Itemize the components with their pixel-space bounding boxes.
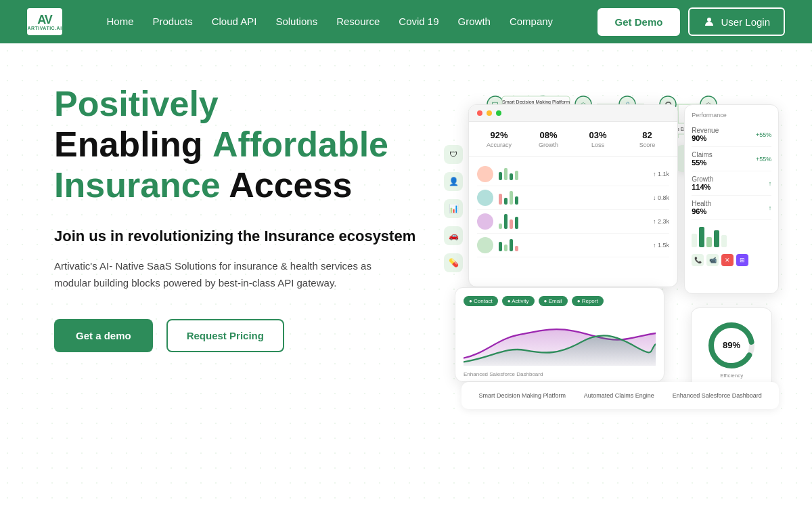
table-row: ↑ 1.5k xyxy=(477,234,669,257)
chart-action-buttons: ● Contact ● Activity ● Email ● Report xyxy=(464,296,656,306)
user-icon xyxy=(703,16,715,28)
hero-illustration: 🛡 📷 ⬡ 🔒 🎧 ⬡ Smart Decision Making Platfo… xyxy=(441,84,779,409)
stat-loss-value: 03% xyxy=(576,130,620,140)
nav-products[interactable]: Products xyxy=(153,16,193,27)
main-dashboard-card: 92% Accuracy 08% Growth 03% Loss 82 Scor… xyxy=(468,104,678,287)
right-stats-panel: Performance Revenue 90% +55% Claims 55% … xyxy=(684,104,779,294)
chart-btn-3: ● Email xyxy=(539,296,568,306)
bar xyxy=(721,235,727,247)
panel-stat-claims: Claims 55% +55% xyxy=(692,147,771,171)
bar xyxy=(510,191,513,205)
hero-sub-heading: Join us in revolutionizing the Insurance… xyxy=(54,227,441,247)
sidebar-icon-shield: 🛡 xyxy=(444,145,463,164)
panel-stat-health: Health 96% ↑ xyxy=(692,196,771,220)
bar xyxy=(504,245,508,251)
bottom-label-3: Enhanced Salesforce Dashboard xyxy=(673,392,762,399)
panel-change: ↑ xyxy=(769,180,772,187)
hero-section: Positively Enabling Affordable Insurance… xyxy=(0,43,812,508)
stat-loss-label: Loss xyxy=(576,142,620,148)
panel-label: Revenue xyxy=(692,127,719,134)
avatar xyxy=(477,237,493,253)
bar xyxy=(714,230,719,247)
table-row: ↑ 1.1k xyxy=(477,163,669,186)
dashboard-header xyxy=(469,105,677,122)
logo-sub: ARTIVATIC.AI xyxy=(27,26,62,30)
chart-btn-2: ● Activity xyxy=(502,296,535,306)
bar xyxy=(515,217,518,229)
logo-mark: AV ARTIVATIC.AI xyxy=(27,8,62,35)
panel-action-icons: 📞 📹 ✕ ⊞ xyxy=(692,254,771,266)
bottom-label-2: Automated Claims Engine xyxy=(584,392,654,399)
icon-sidebar: 🛡 👤 📊 🚗 💊 xyxy=(441,138,466,279)
svg-text:89%: 89% xyxy=(723,340,740,350)
bar xyxy=(699,227,704,247)
bar xyxy=(499,194,502,205)
chart-btn-1: ● Contact xyxy=(464,296,498,306)
bottom-connector-bar: Smart Decision Making Platform Automated… xyxy=(461,382,779,409)
nav-growth[interactable]: Growth xyxy=(458,16,491,27)
user-login-label: User Login xyxy=(721,16,770,28)
table-row: ↑ 2.3k xyxy=(477,210,669,234)
hero-get-demo-button[interactable]: Get a demo xyxy=(54,319,153,352)
video-icon: 📹 xyxy=(706,254,719,266)
bar xyxy=(510,173,513,180)
bar xyxy=(499,172,502,180)
get-demo-button[interactable]: Get Demo xyxy=(597,8,681,36)
row-percentage: ↓ 0.8k xyxy=(653,194,669,201)
panel-label: Growth xyxy=(692,175,713,183)
row-percentage: ↑ 2.3k xyxy=(653,218,669,225)
stat-score-label: Score xyxy=(625,142,669,148)
chart-svg xyxy=(464,312,656,366)
row-percentage: ↑ 1.5k xyxy=(653,242,669,249)
chart-btn-4: ● Report xyxy=(572,296,604,306)
panel-stat-revenue: Revenue 90% +55% xyxy=(692,123,771,147)
stat-accuracy-value: 92% xyxy=(477,130,521,140)
stat-score: 82 Score xyxy=(625,130,669,148)
bar xyxy=(504,214,508,229)
donut-label: Efficiency xyxy=(720,373,743,379)
dashboard-rows: ↑ 1.1k ↓ 0.8k xyxy=(469,157,677,263)
bar xyxy=(515,196,518,205)
panel-change: +55% xyxy=(756,156,771,163)
hero-description: Artivatic's AI- Native SaaS Solutions fo… xyxy=(54,257,392,292)
nav-solutions[interactable]: Solutions xyxy=(275,16,317,27)
sidebar-icon-health: 💊 xyxy=(444,253,463,272)
panel-value: 114% xyxy=(692,183,713,191)
bar xyxy=(504,198,508,205)
stat-growth-value: 08% xyxy=(526,130,570,140)
chart-footer-label: Enhanced Salesforce Dashboard xyxy=(464,371,656,377)
brand-logo[interactable]: AV ARTIVATIC.AI xyxy=(27,8,62,35)
avatar xyxy=(477,213,493,230)
row-bars xyxy=(499,168,645,180)
nav-company[interactable]: Company xyxy=(510,16,553,27)
sidebar-icon-person: 👤 xyxy=(444,172,463,191)
nav-covid19[interactable]: Covid 19 xyxy=(399,16,438,27)
hero-title-access: Access xyxy=(229,165,352,205)
bar xyxy=(706,237,712,247)
panel-label: Health xyxy=(692,200,711,207)
hero-title-insurance: Insurance xyxy=(54,165,221,205)
bar xyxy=(499,224,502,229)
table-row: ↓ 0.8k xyxy=(477,186,669,210)
nav-cloud-api[interactable]: Cloud API xyxy=(212,16,257,27)
nav-resource[interactable]: Resource xyxy=(336,16,380,27)
navbar: AV ARTIVATIC.AI Home Products Cloud API … xyxy=(0,0,812,43)
bar xyxy=(510,219,513,229)
panel-change: +55% xyxy=(756,131,771,138)
user-login-button[interactable]: User Login xyxy=(688,7,785,36)
hero-request-pricing-button[interactable]: Request Pricing xyxy=(166,319,284,352)
donut-svg: 89% xyxy=(704,318,759,373)
avatar xyxy=(477,190,493,206)
svg-point-0 xyxy=(707,18,711,22)
nav-home[interactable]: Home xyxy=(106,16,133,27)
dot-green xyxy=(496,110,501,116)
call-icon: 📞 xyxy=(692,254,704,266)
hero-title-affordable: Affordable xyxy=(212,125,388,164)
dashboard-illustration: 🛡 📷 ⬡ 🔒 🎧 ⬡ Smart Decision Making Platfo… xyxy=(441,84,779,409)
bottom-label-1: Smart Decision Making Platform xyxy=(478,392,566,399)
panel-label: Claims xyxy=(692,151,713,158)
hero-title: Positively Enabling Affordable Insurance… xyxy=(54,84,441,205)
panel-value: 90% xyxy=(692,134,719,142)
panel-header: Performance xyxy=(692,112,771,119)
panel-change: ↑ xyxy=(769,205,772,211)
